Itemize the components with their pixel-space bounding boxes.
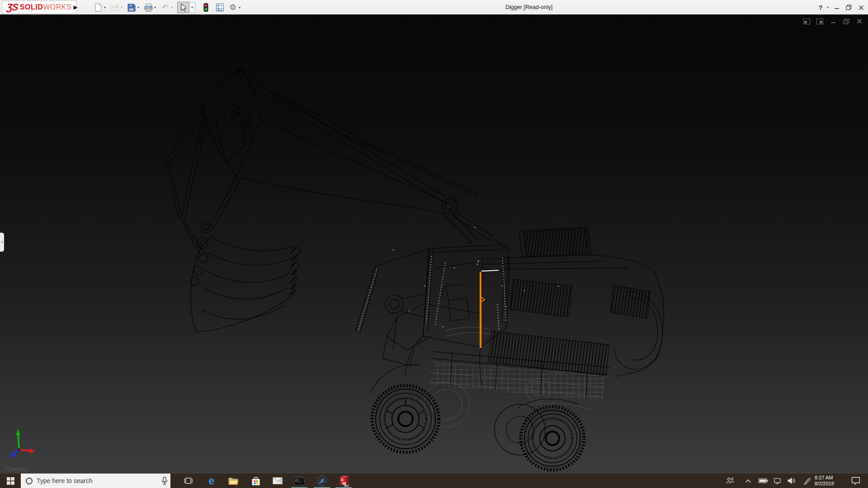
- logo-text-works: WORKS: [43, 3, 71, 11]
- document-title: Digger [Read-only]: [505, 4, 552, 10]
- save-dropdown-caret[interactable]: ▾: [136, 5, 141, 9]
- mail-icon: [273, 477, 283, 484]
- settings-dropdown-caret[interactable]: ▾: [237, 5, 242, 9]
- network-icon[interactable]: [771, 474, 784, 488]
- menu-flyout-arrow-icon[interactable]: ▶: [71, 1, 80, 13]
- gear-icon[interactable]: ⚙: [228, 3, 237, 12]
- hexagon-app-icon: [316, 475, 327, 487]
- print-tool[interactable]: ▾: [144, 3, 157, 12]
- settings-tool[interactable]: ⚙ ▾: [228, 3, 242, 12]
- wheels: [372, 385, 584, 470]
- pen-icon[interactable]: [800, 474, 814, 488]
- command-prompt-button[interactable]: C:\_: [291, 474, 307, 488]
- minimize-button[interactable]: [830, 0, 843, 15]
- close-button[interactable]: [855, 0, 867, 15]
- windows-taskbar: e C:\_: [0, 474, 868, 488]
- doc-restore-button[interactable]: [843, 18, 849, 24]
- store-button[interactable]: [248, 474, 264, 488]
- dassault-3s-icon: ƷS: [6, 2, 19, 13]
- save-floppy-icon[interactable]: [127, 3, 136, 12]
- highlighted-edges: [358, 256, 506, 331]
- start-button[interactable]: [0, 474, 21, 488]
- clock-date: 8/2/2018: [815, 481, 844, 487]
- clock-time: 8:27 AM: [815, 475, 844, 481]
- view-orientation-label: *Dimetric: [5, 466, 28, 473]
- select-cursor-icon[interactable]: [177, 2, 189, 13]
- doc-minimize-button[interactable]: [830, 18, 836, 24]
- store-icon: [251, 476, 261, 486]
- svg-text:2017: 2017: [344, 484, 349, 487]
- svg-text:C:\_: C:\_: [295, 479, 301, 483]
- traffic-light-icon[interactable]: [201, 3, 210, 12]
- tray-overflow-chevron[interactable]: [742, 474, 754, 488]
- mail-button[interactable]: [269, 474, 286, 488]
- taskbar-clock[interactable]: 8:27 AM 8/2/2018: [815, 475, 844, 487]
- edge-icon: e: [209, 476, 215, 486]
- document-window-controls: [803, 18, 863, 24]
- select-dropdown-caret[interactable]: ▾: [189, 2, 195, 13]
- solidworks-logo: ƷS SOLIDWORKS: [2, 0, 76, 14]
- battery-icon[interactable]: [757, 474, 769, 488]
- task-view-button[interactable]: [180, 474, 196, 488]
- volume-icon[interactable]: [785, 474, 798, 488]
- hexagon-app-button[interactable]: [314, 474, 330, 488]
- action-center-button[interactable]: [848, 474, 863, 488]
- undo-icon[interactable]: ↶: [160, 3, 170, 12]
- properties-list-icon[interactable]: [215, 3, 224, 12]
- help-dropdown-caret[interactable]: ▾: [825, 0, 830, 15]
- cortana-icon: [26, 478, 33, 484]
- new-document-icon[interactable]: [94, 3, 103, 12]
- doc-close-button[interactable]: [856, 18, 863, 24]
- save-tool[interactable]: ▾: [127, 3, 141, 12]
- solidworks-taskbar-button[interactable]: S W 2017: [335, 474, 352, 488]
- solidworks-2017-icon: S W 2017: [338, 475, 349, 487]
- pane-toggle-left-icon[interactable]: [803, 18, 810, 24]
- taskbar-search[interactable]: [21, 474, 170, 488]
- grille-hatching: [488, 229, 650, 375]
- print-icon[interactable]: [144, 3, 153, 12]
- open-document-tool[interactable]: ▾: [110, 3, 124, 12]
- pane-toggle-right-icon[interactable]: [816, 18, 823, 24]
- undo-tool[interactable]: ↶ ▾: [160, 3, 174, 12]
- folder-icon: [228, 477, 238, 485]
- undo-dropdown-caret[interactable]: ▾: [170, 5, 174, 9]
- rebuild-tool[interactable]: [201, 3, 210, 12]
- new-document-tool[interactable]: ▾: [94, 3, 107, 12]
- orientation-triad: [4, 425, 38, 460]
- edge-button[interactable]: e: [203, 474, 220, 488]
- options-list-tool[interactable]: [215, 3, 224, 12]
- microphone-icon[interactable]: [159, 477, 170, 485]
- app-titlebar: ƷS SOLIDWORKS ▶ ▾ ▾ ▾ ▾: [0, 0, 868, 15]
- people-button[interactable]: [723, 474, 737, 488]
- print-dropdown-caret[interactable]: ▾: [153, 5, 157, 9]
- digger-wireframe-model: [0, 15, 868, 474]
- search-input[interactable]: [37, 477, 159, 484]
- new-dropdown-caret[interactable]: ▾: [103, 5, 107, 9]
- graphics-viewport[interactable]: *Dimetric: [0, 15, 868, 474]
- file-explorer-button[interactable]: [225, 474, 241, 488]
- flyout-tab-dot: [1, 241, 3, 243]
- quick-access-toolbar: ▾ ▾ ▾ ▾ ↶ ▾ ▾: [94, 0, 245, 15]
- logo-text-solid: SOLID: [20, 3, 43, 11]
- help-button[interactable]: ?: [816, 0, 825, 15]
- command-prompt-icon: C:\_: [294, 476, 305, 485]
- panel-flyout-tab[interactable]: [0, 233, 4, 252]
- select-tool[interactable]: ▾: [177, 2, 195, 13]
- open-dropdown-caret[interactable]: ▾: [119, 5, 124, 9]
- restore-button[interactable]: [843, 0, 855, 15]
- open-folder-icon[interactable]: [110, 3, 119, 12]
- titlebar-controls: ? ▾: [816, 0, 867, 15]
